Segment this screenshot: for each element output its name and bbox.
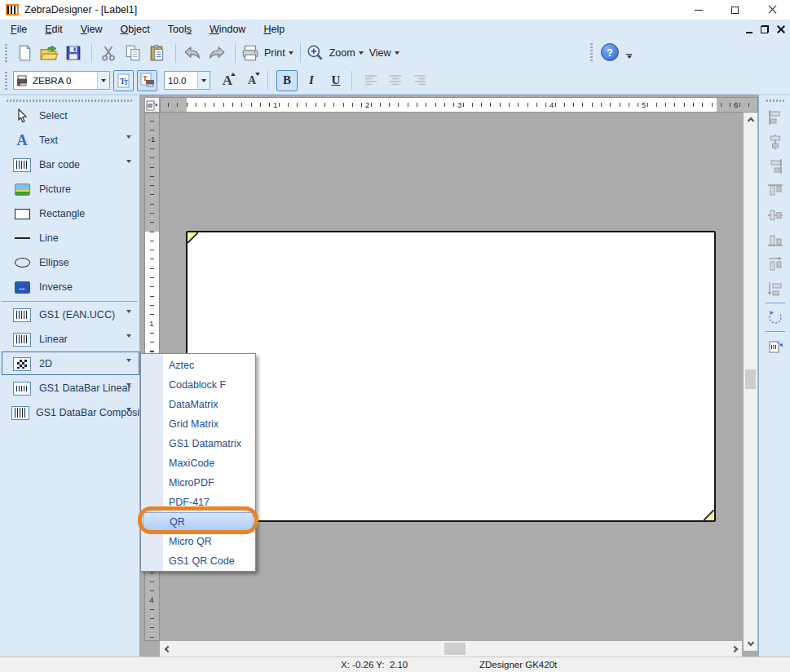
barcode-dropdown-arrow[interactable] <box>126 163 131 175</box>
ruler-number: 1 <box>148 319 156 328</box>
context-menu-item-maxicode[interactable]: MaxiCode <box>141 453 255 473</box>
toolbar-grip[interactable] <box>5 44 7 62</box>
decrease-font-button[interactable]: A <box>241 70 263 91</box>
align-left-button[interactable] <box>360 70 382 91</box>
context-menu-item-gs1-datamatrix[interactable]: GS1 Datamatrix <box>141 434 255 453</box>
print-button[interactable]: Print <box>241 42 293 64</box>
align-bottom-edges-button[interactable] <box>765 229 786 250</box>
tool-gs1-databar-linear[interactable]: GS1 DataBar Linear <box>0 376 139 400</box>
zoom-magnifier-icon <box>306 43 325 63</box>
font-size-dropdown-button[interactable] <box>197 72 210 89</box>
align-top-edges-button[interactable] <box>765 180 786 201</box>
menu-edit[interactable]: Edit <box>36 21 72 38</box>
align-left-edges-button[interactable] <box>765 107 786 128</box>
view-button[interactable]: View <box>365 42 399 64</box>
tool-line[interactable]: Line <box>0 226 139 250</box>
printer-fonts-toggle[interactable]: T <box>137 70 157 91</box>
close-button[interactable] <box>753 0 790 20</box>
tool-picture[interactable]: Picture <box>0 177 139 201</box>
horizontal-scrollbar[interactable] <box>160 641 742 657</box>
gs1-dropdown-arrow[interactable] <box>126 313 131 325</box>
vertical-scroll-thumb[interactable] <box>745 369 756 389</box>
tool-inverse[interactable]: ↔ Inverse <box>0 275 139 299</box>
tool-label: Bar code <box>39 159 80 170</box>
align-right-button[interactable] <box>409 70 430 91</box>
context-menu-item-micro-qr[interactable]: Micro QR <box>141 532 255 551</box>
context-menu-item-micropdf[interactable]: MicroPDF <box>141 473 255 493</box>
linear-dropdown-arrow[interactable] <box>126 338 131 349</box>
tool-ellipse[interactable]: Ellipse <box>0 250 139 275</box>
toolbar-grip[interactable] <box>590 43 593 61</box>
scroll-left-button[interactable] <box>160 641 174 657</box>
ruler-corner-box[interactable] <box>144 97 160 113</box>
align-middle-vertical-button[interactable] <box>765 205 786 226</box>
align-right-edges-button[interactable] <box>765 156 786 177</box>
menu-object[interactable]: Object <box>112 21 159 38</box>
context-menu-item-datamatrix[interactable]: DataMatrix <box>141 395 255 414</box>
text-dropdown-arrow[interactable] <box>126 139 131 150</box>
mdi-minimize-button[interactable] <box>746 32 752 33</box>
tool-gs1-eanucc[interactable]: GS1 (EAN.UCC) <box>0 303 139 327</box>
context-menu-item-grid-matrix[interactable]: Grid Matrix <box>141 414 255 434</box>
tool-gs1-databar-composite[interactable]: GS1 DataBar Composite <box>0 400 139 425</box>
databar-linear-dropdown-arrow[interactable] <box>126 387 131 398</box>
rotate-label-icon <box>767 338 783 354</box>
context-menu-item-codablock-f[interactable]: Codablock F <box>141 375 255 395</box>
italic-button[interactable]: I <box>301 70 322 91</box>
distribute-horizontal-button[interactable] <box>765 254 786 275</box>
new-button[interactable] <box>13 42 36 64</box>
mdi-close-button[interactable] <box>777 25 785 33</box>
horizontal-scroll-thumb[interactable] <box>444 643 466 655</box>
menu-window[interactable]: Window <box>201 21 254 38</box>
tool-select[interactable]: Select <box>0 104 139 128</box>
distribute-vertical-button[interactable] <box>765 278 786 299</box>
copy-icon <box>124 44 142 62</box>
align-center-horizontal-button[interactable] <box>765 131 786 153</box>
vertical-scrollbar[interactable] <box>744 113 757 651</box>
align-toolbar-grip[interactable] <box>766 99 784 102</box>
minimize-button[interactable] <box>680 0 717 20</box>
help-button[interactable]: ? <box>598 41 621 64</box>
label-corner-fold <box>704 510 714 520</box>
font-size-select[interactable]: 10.0 <box>164 71 210 90</box>
font-dropdown-button[interactable] <box>97 72 109 89</box>
tool-rectangle[interactable]: Rectangle <box>0 201 139 226</box>
toolbox-grip[interactable] <box>7 99 134 102</box>
menu-bar: File Edit View Object Tools Window Help <box>0 20 790 39</box>
toolbar-options-button[interactable] <box>626 54 632 59</box>
scroll-down-button[interactable] <box>744 637 757 651</box>
underline-button[interactable]: U <box>325 70 346 91</box>
bold-button[interactable]: B <box>276 70 298 91</box>
undo-button[interactable] <box>181 42 204 64</box>
maximize-button[interactable] <box>717 0 753 20</box>
databar-composite-dropdown-arrow[interactable] <box>126 411 131 422</box>
ruler-number: 3 <box>457 100 462 109</box>
truetype-fonts-toggle[interactable]: TT <box>113 70 134 91</box>
scroll-up-button[interactable] <box>744 113 757 126</box>
open-button[interactable] <box>38 42 60 64</box>
rotate-button[interactable] <box>765 307 786 328</box>
paste-button[interactable] <box>146 42 169 64</box>
menu-tools[interactable]: Tools <box>159 21 201 38</box>
font-select[interactable]: ZEBRA 0 <box>13 71 110 90</box>
toolbar-grip[interactable] <box>5 72 7 90</box>
label-canvas[interactable] <box>186 231 716 522</box>
tool-text[interactable]: A Text <box>0 128 139 153</box>
redo-button[interactable] <box>205 42 228 64</box>
save-button[interactable] <box>62 42 85 64</box>
copy-button[interactable] <box>121 42 144 64</box>
tool-linear[interactable]: Linear <box>0 327 139 351</box>
cut-button[interactable] <box>97 42 120 64</box>
menu-help[interactable]: Help <box>254 21 293 38</box>
tool-barcode[interactable]: Bar code <box>0 153 139 177</box>
align-center-button[interactable] <box>385 70 406 91</box>
increase-font-button[interactable]: A <box>217 70 238 91</box>
context-menu-item-gs1-qr-code[interactable]: GS1 QR Code <box>141 551 255 571</box>
mdi-restore-button[interactable] <box>761 25 769 33</box>
scroll-right-button[interactable] <box>728 641 742 657</box>
zoom-button[interactable]: Zoom <box>306 42 364 64</box>
rotate-label-button[interactable] <box>765 335 786 356</box>
menu-view[interactable]: View <box>72 21 112 38</box>
menu-file[interactable]: File <box>2 21 36 38</box>
context-menu-item-aztec[interactable]: Aztec <box>141 356 255 375</box>
